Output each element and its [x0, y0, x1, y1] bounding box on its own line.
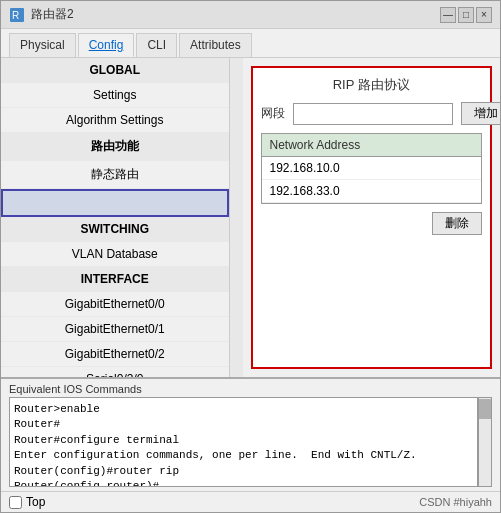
console-line-5: Router(config)#router rip — [14, 464, 461, 479]
minimize-button[interactable]: — — [440, 7, 456, 23]
sidebar-item-settings[interactable]: Settings — [1, 83, 229, 108]
console-label: Equivalent IOS Commands — [9, 383, 492, 395]
network-table: Network Address 192.168.10.0 192.168.33.… — [261, 133, 483, 204]
right-panel: RIP 路由协议 网段 增加 Network Address 192.168.1… — [243, 58, 501, 377]
console-line-4: Enter configuration commands, one per li… — [14, 448, 461, 463]
sidebar-item-switching: SWITCHING — [1, 217, 229, 242]
table-header: Network Address — [262, 134, 482, 157]
rip-input-row: 网段 增加 — [261, 102, 483, 125]
sidebar-item-ge0[interactable]: GigabitEthernet0/0 — [1, 292, 229, 317]
left-scroll-container: GLOBAL Settings Algorithm Settings 路由功能 … — [1, 58, 243, 377]
bottom-section: Equivalent IOS Commands Router>enable Ro… — [1, 377, 500, 491]
title-controls: — □ × — [440, 7, 492, 23]
sidebar-item-interface: INTERFACE — [1, 267, 229, 292]
console-line-2: Router# — [14, 417, 461, 432]
title-bar: R 路由器2 — □ × — [1, 1, 500, 29]
top-checkbox-row: Top — [9, 495, 45, 509]
maximize-button[interactable]: □ — [458, 7, 474, 23]
console-scrollbar[interactable] — [478, 397, 492, 487]
console-line-1: Router>enable — [14, 402, 461, 417]
left-scrollbar[interactable] — [229, 58, 243, 377]
footer-credit: CSDN #hiyahh — [419, 496, 492, 508]
sidebar-item-serial0[interactable]: Serial0/3/0 — [1, 367, 229, 377]
window-title: 路由器2 — [31, 6, 74, 23]
sidebar-item-rip[interactable] — [1, 189, 229, 217]
title-bar-left: R 路由器2 — [9, 6, 74, 23]
rip-config-box: RIP 路由协议 网段 增加 Network Address 192.168.1… — [251, 66, 493, 369]
table-row[interactable]: 192.168.33.0 — [262, 180, 482, 203]
sidebar-item-algorithm-settings[interactable]: Algorithm Settings — [1, 108, 229, 133]
sidebar-item-static-routing[interactable]: 静态路由 — [1, 161, 229, 189]
svg-text:R: R — [12, 10, 19, 21]
top-label: Top — [26, 495, 45, 509]
sidebar-item-ge1[interactable]: GigabitEthernet0/1 — [1, 317, 229, 342]
tab-physical[interactable]: Physical — [9, 33, 76, 57]
console-line-6: Router(config-router)# — [14, 479, 461, 487]
window-icon: R — [9, 7, 25, 23]
delete-button[interactable]: 删除 — [432, 212, 482, 235]
network-label: 网段 — [261, 105, 285, 122]
scrollbar-thumb[interactable] — [479, 399, 491, 419]
console-container: Router>enable Router# Router#configure t… — [9, 397, 492, 487]
tab-attributes[interactable]: Attributes — [179, 33, 252, 57]
rip-title: RIP 路由协议 — [261, 76, 483, 94]
content-area: GLOBAL Settings Algorithm Settings 路由功能 … — [1, 58, 500, 377]
top-checkbox[interactable] — [9, 496, 22, 509]
sidebar-item-vlan[interactable]: VLAN Database — [1, 242, 229, 267]
console-box: Router>enable Router# Router#configure t… — [9, 397, 478, 487]
close-button[interactable]: × — [476, 7, 492, 23]
footer-bar: Top CSDN #hiyahh — [1, 491, 500, 512]
sidebar-item-ge2[interactable]: GigabitEthernet0/2 — [1, 342, 229, 367]
tab-bar: Physical Config CLI Attributes — [1, 29, 500, 58]
tab-cli[interactable]: CLI — [136, 33, 177, 57]
network-input[interactable] — [293, 103, 453, 125]
tab-config[interactable]: Config — [78, 33, 135, 57]
sidebar-item-global: GLOBAL — [1, 58, 229, 83]
table-row[interactable]: 192.168.10.0 — [262, 157, 482, 180]
left-panel: GLOBAL Settings Algorithm Settings 路由功能 … — [1, 58, 229, 377]
main-window: R 路由器2 — □ × Physical Config CLI Attribu… — [0, 0, 501, 513]
sidebar-item-routing-section: 路由功能 — [1, 133, 229, 161]
console-line-3: Router#configure terminal — [14, 433, 461, 448]
add-button[interactable]: 增加 — [461, 102, 501, 125]
